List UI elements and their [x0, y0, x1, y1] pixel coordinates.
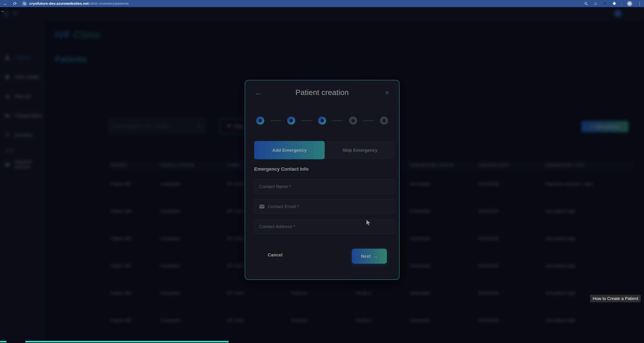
- browser-menu-icon[interactable]: ⋮: [637, 0, 642, 7]
- browser-forward-button[interactable]: →: [0, 7, 644, 343]
- address-bar[interactable]: cryofuture-dev.azurewebsites.net/clinic-…: [30, 1, 129, 6]
- site-info-button[interactable]: [22, 1, 27, 6]
- browser-profile-avatar[interactable]: R: [627, 1, 632, 6]
- bookmark-star-icon[interactable]: ☆: [594, 0, 598, 7]
- zoom-icon[interactable]: [584, 1, 588, 6]
- video-progress-bar[interactable]: [25, 341, 228, 342]
- tune-icon: [23, 2, 26, 5]
- video-progress-segment[interactable]: [0, 341, 6, 342]
- url-domain: cryofuture-dev.azurewebsites.net: [30, 1, 88, 5]
- tutorial-tooltip: How to Create a Patient: [590, 295, 641, 302]
- url-path: /clinic-inventory/patients: [88, 1, 129, 5]
- extensions-puzzle-icon[interactable]: [612, 1, 616, 6]
- browser-toolbar: ← → ⟳ cryofuture-dev.azurewebsites.net/c…: [0, 0, 644, 7]
- browser-reload-button[interactable]: ⟳: [13, 0, 17, 7]
- browser-back-button[interactable]: ←: [3, 0, 8, 7]
- extension-flag-icon[interactable]: [603, 1, 607, 6]
